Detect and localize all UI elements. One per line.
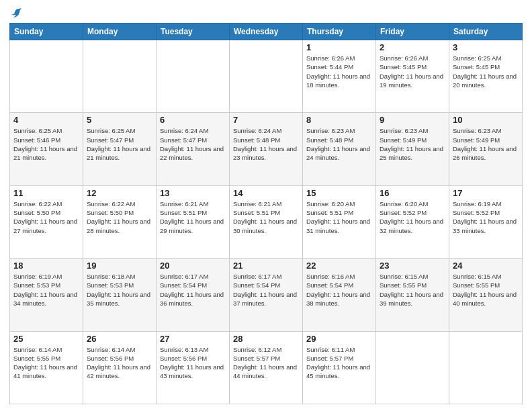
day-info: Sunrise: 6:17 AM Sunset: 5:54 PM Dayligh…	[233, 272, 299, 308]
calendar-cell: 2Sunrise: 6:26 AM Sunset: 5:45 PM Daylig…	[376, 40, 449, 113]
week-row-1: 4Sunrise: 6:25 AM Sunset: 5:46 PM Daylig…	[10, 113, 523, 185]
calendar-cell: 21Sunrise: 6:17 AM Sunset: 5:54 PM Dayli…	[230, 259, 303, 331]
day-number: 20	[160, 261, 226, 271]
day-number: 8	[306, 115, 372, 125]
calendar-cell: 1Sunrise: 6:26 AM Sunset: 5:44 PM Daylig…	[303, 40, 376, 113]
day-number: 24	[453, 261, 519, 271]
day-info: Sunrise: 6:20 AM Sunset: 5:52 PM Dayligh…	[380, 199, 445, 235]
day-number: 4	[13, 115, 79, 125]
calendar-cell: 17Sunrise: 6:19 AM Sunset: 5:52 PM Dayli…	[449, 185, 523, 258]
week-row-2: 11Sunrise: 6:22 AM Sunset: 5:50 PM Dayli…	[10, 185, 523, 258]
day-number: 23	[380, 261, 445, 271]
header-tuesday: Tuesday	[157, 24, 230, 40]
logo-bird-icon	[11, 7, 23, 19]
day-number: 11	[13, 188, 79, 198]
calendar-cell	[10, 40, 83, 113]
header-thursday: Thursday	[303, 24, 376, 40]
calendar-cell: 23Sunrise: 6:15 AM Sunset: 5:55 PM Dayli…	[376, 259, 449, 331]
day-number: 26	[87, 334, 152, 344]
header-wednesday: Wednesday	[230, 24, 303, 40]
calendar-cell	[230, 40, 303, 113]
header	[9, 7, 523, 19]
day-number: 7	[233, 115, 299, 125]
day-number: 12	[87, 188, 152, 198]
page: SundayMondayTuesdayWednesdayThursdayFrid…	[0, 0, 532, 411]
calendar-cell: 27Sunrise: 6:13 AM Sunset: 5:56 PM Dayli…	[157, 331, 230, 404]
day-info: Sunrise: 6:11 AM Sunset: 5:57 PM Dayligh…	[306, 345, 372, 381]
day-info: Sunrise: 6:15 AM Sunset: 5:55 PM Dayligh…	[453, 272, 519, 308]
calendar-cell: 6Sunrise: 6:24 AM Sunset: 5:47 PM Daylig…	[157, 113, 230, 185]
day-info: Sunrise: 6:22 AM Sunset: 5:50 PM Dayligh…	[13, 199, 79, 235]
calendar-cell: 24Sunrise: 6:15 AM Sunset: 5:55 PM Dayli…	[449, 259, 523, 331]
week-row-0: 1Sunrise: 6:26 AM Sunset: 5:44 PM Daylig…	[10, 40, 523, 113]
day-info: Sunrise: 6:14 AM Sunset: 5:55 PM Dayligh…	[13, 345, 79, 381]
day-info: Sunrise: 6:14 AM Sunset: 5:56 PM Dayligh…	[87, 345, 152, 381]
day-info: Sunrise: 6:25 AM Sunset: 5:46 PM Dayligh…	[13, 126, 79, 162]
calendar-cell: 26Sunrise: 6:14 AM Sunset: 5:56 PM Dayli…	[83, 331, 157, 404]
day-number: 25	[13, 334, 79, 344]
day-info: Sunrise: 6:25 AM Sunset: 5:45 PM Dayligh…	[453, 54, 519, 89]
calendar-cell: 10Sunrise: 6:23 AM Sunset: 5:49 PM Dayli…	[449, 113, 523, 185]
day-number: 3	[453, 42, 519, 52]
calendar-cell: 12Sunrise: 6:22 AM Sunset: 5:50 PM Dayli…	[83, 185, 157, 258]
day-number: 10	[453, 115, 519, 125]
day-number: 14	[233, 188, 299, 198]
calendar-cell	[83, 40, 157, 113]
calendar-cell: 7Sunrise: 6:24 AM Sunset: 5:48 PM Daylig…	[230, 113, 303, 185]
header-friday: Friday	[376, 24, 449, 40]
calendar-cell: 11Sunrise: 6:22 AM Sunset: 5:50 PM Dayli…	[10, 185, 83, 258]
day-info: Sunrise: 6:20 AM Sunset: 5:51 PM Dayligh…	[306, 199, 372, 235]
calendar-cell: 13Sunrise: 6:21 AM Sunset: 5:51 PM Dayli…	[157, 185, 230, 258]
calendar-cell: 25Sunrise: 6:14 AM Sunset: 5:55 PM Dayli…	[10, 331, 83, 404]
header-sunday: Sunday	[10, 24, 83, 40]
day-info: Sunrise: 6:23 AM Sunset: 5:49 PM Dayligh…	[453, 126, 519, 162]
day-info: Sunrise: 6:25 AM Sunset: 5:47 PM Dayligh…	[87, 126, 152, 162]
logo-text	[9, 7, 23, 19]
day-info: Sunrise: 6:24 AM Sunset: 5:48 PM Dayligh…	[233, 126, 299, 162]
day-info: Sunrise: 6:26 AM Sunset: 5:44 PM Dayligh…	[306, 54, 372, 89]
calendar-cell: 8Sunrise: 6:23 AM Sunset: 5:48 PM Daylig…	[303, 113, 376, 185]
day-number: 21	[233, 261, 299, 271]
day-info: Sunrise: 6:18 AM Sunset: 5:53 PM Dayligh…	[87, 272, 152, 308]
header-monday: Monday	[83, 24, 157, 40]
calendar-cell: 20Sunrise: 6:17 AM Sunset: 5:54 PM Dayli…	[157, 259, 230, 331]
day-info: Sunrise: 6:26 AM Sunset: 5:45 PM Dayligh…	[380, 54, 445, 89]
day-number: 28	[233, 334, 299, 344]
day-number: 6	[160, 115, 226, 125]
day-number: 17	[453, 188, 519, 198]
day-info: Sunrise: 6:23 AM Sunset: 5:48 PM Dayligh…	[306, 126, 372, 162]
day-number: 13	[160, 188, 226, 198]
calendar-cell: 14Sunrise: 6:21 AM Sunset: 5:51 PM Dayli…	[230, 185, 303, 258]
calendar-cell	[376, 331, 449, 404]
day-info: Sunrise: 6:19 AM Sunset: 5:52 PM Dayligh…	[453, 199, 519, 235]
day-number: 16	[380, 188, 445, 198]
calendar-cell: 29Sunrise: 6:11 AM Sunset: 5:57 PM Dayli…	[303, 331, 376, 404]
day-info: Sunrise: 6:16 AM Sunset: 5:54 PM Dayligh…	[306, 272, 372, 308]
header-saturday: Saturday	[449, 24, 523, 40]
day-number: 27	[160, 334, 226, 344]
calendar-cell: 4Sunrise: 6:25 AM Sunset: 5:46 PM Daylig…	[10, 113, 83, 185]
calendar-cell: 18Sunrise: 6:19 AM Sunset: 5:53 PM Dayli…	[10, 259, 83, 331]
calendar-cell: 19Sunrise: 6:18 AM Sunset: 5:53 PM Dayli…	[83, 259, 157, 331]
day-info: Sunrise: 6:23 AM Sunset: 5:49 PM Dayligh…	[380, 126, 445, 162]
calendar-cell: 15Sunrise: 6:20 AM Sunset: 5:51 PM Dayli…	[303, 185, 376, 258]
calendar-cell	[157, 40, 230, 113]
logo	[9, 7, 23, 19]
week-row-3: 18Sunrise: 6:19 AM Sunset: 5:53 PM Dayli…	[10, 259, 523, 331]
day-number: 19	[87, 261, 152, 271]
calendar-cell: 28Sunrise: 6:12 AM Sunset: 5:57 PM Dayli…	[230, 331, 303, 404]
day-info: Sunrise: 6:13 AM Sunset: 5:56 PM Dayligh…	[160, 345, 226, 381]
week-row-4: 25Sunrise: 6:14 AM Sunset: 5:55 PM Dayli…	[10, 331, 523, 404]
day-number: 22	[306, 261, 372, 271]
calendar-cell: 3Sunrise: 6:25 AM Sunset: 5:45 PM Daylig…	[449, 40, 523, 113]
day-number: 1	[306, 42, 372, 52]
calendar-cell	[449, 331, 523, 404]
day-info: Sunrise: 6:15 AM Sunset: 5:55 PM Dayligh…	[380, 272, 445, 308]
calendar-cell: 22Sunrise: 6:16 AM Sunset: 5:54 PM Dayli…	[303, 259, 376, 331]
calendar-table: SundayMondayTuesdayWednesdayThursdayFrid…	[9, 23, 523, 404]
day-info: Sunrise: 6:19 AM Sunset: 5:53 PM Dayligh…	[13, 272, 79, 308]
day-info: Sunrise: 6:17 AM Sunset: 5:54 PM Dayligh…	[160, 272, 226, 308]
day-number: 2	[380, 42, 445, 52]
day-number: 18	[13, 261, 79, 271]
day-number: 9	[380, 115, 445, 125]
